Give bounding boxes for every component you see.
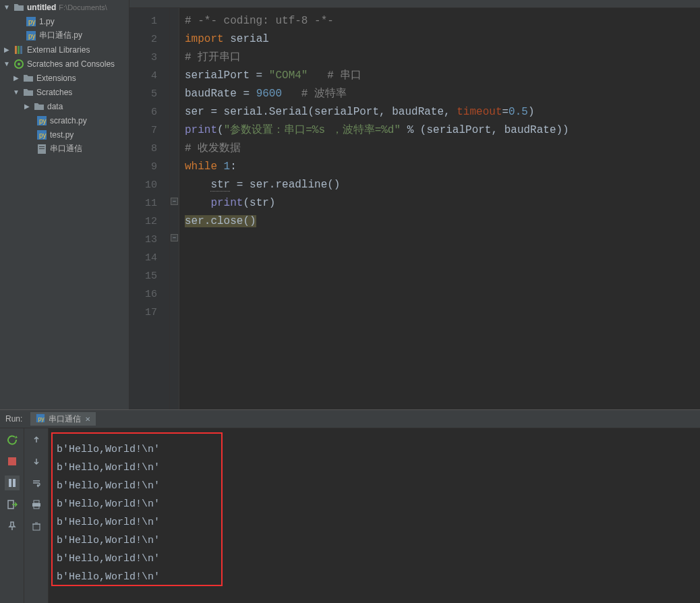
line-number[interactable]: 8 xyxy=(129,140,169,158)
expand-icon[interactable]: ▶ xyxy=(23,103,31,110)
data-folder[interactable]: ▶ data xyxy=(0,99,129,113)
line-number[interactable]: 5 xyxy=(129,85,169,103)
expand-icon[interactable]: ▼ xyxy=(12,88,20,96)
line-number[interactable]: 17 xyxy=(129,304,169,322)
scratches-consoles[interactable]: ▼ Scratches and Consoles xyxy=(0,57,129,71)
python-file-icon: py xyxy=(36,130,47,140)
line-number[interactable]: 9 xyxy=(129,158,169,176)
run-config-tab[interactable]: py 串口通信 ✕ xyxy=(30,412,96,426)
scroll-down-button[interactable] xyxy=(29,454,44,469)
run-panel: b'Hello,World!\n'b'Hello,World!\n'b'Hell… xyxy=(0,428,700,603)
code-line[interactable]: ser.close() xyxy=(185,212,700,231)
close-icon[interactable]: ✕ xyxy=(85,415,90,423)
code-area[interactable]: # -*- coding: utf-8 -*-import serial# 打开… xyxy=(179,8,700,409)
project-name: untitled xyxy=(27,3,56,12)
code-line[interactable]: # -*- coding: utf-8 -*- xyxy=(185,12,700,30)
code-line[interactable]: serialPort = "COM4" # 串口 xyxy=(185,67,700,85)
console-line[interactable]: b'Hello,World!\n' xyxy=(57,532,700,550)
scroll-up-button[interactable] xyxy=(29,432,44,447)
code-line[interactable]: print(str) xyxy=(185,194,700,212)
line-number[interactable]: 12 xyxy=(129,212,169,231)
code-line[interactable]: print("参数设置：串口=%s ，波特率=%d" % (serialPort… xyxy=(185,121,700,140)
expand-icon[interactable]: ▼ xyxy=(3,60,11,67)
file-label: scratch.py xyxy=(50,116,87,125)
code-line[interactable]: baudRate = 9600 # 波特率 xyxy=(185,85,700,103)
line-number[interactable]: 4 xyxy=(129,67,169,85)
svg-point-8 xyxy=(18,63,20,65)
code-line[interactable]: while 1: xyxy=(185,158,700,176)
code-editor[interactable]: 1234567891011121314151617 − − # -*- codi… xyxy=(129,8,700,409)
project-tree[interactable]: ▼ untitled F:\Documents\ py 1.py py 串口通信… xyxy=(0,0,129,409)
file-item[interactable]: py test.py xyxy=(0,127,129,142)
svg-text:py: py xyxy=(28,32,36,40)
fold-marker-icon[interactable]: − xyxy=(171,234,178,241)
scratches-folder[interactable]: ▼ Scratches xyxy=(0,85,129,99)
code-line[interactable]: str = ser.readline() xyxy=(185,176,700,194)
line-number[interactable]: 15 xyxy=(129,267,169,285)
rerun-button[interactable] xyxy=(5,432,20,447)
console-line[interactable]: b'Hello,World!\n' xyxy=(57,550,700,568)
fold-column[interactable]: − − xyxy=(170,8,179,409)
python-file-icon: py xyxy=(26,30,36,41)
svg-text:py: py xyxy=(28,18,36,26)
soft-wrap-button[interactable] xyxy=(29,476,44,490)
console-line[interactable]: b'Hello,World!\n' xyxy=(57,459,700,477)
clear-all-button[interactable] xyxy=(29,519,44,534)
line-number[interactable]: 3 xyxy=(129,49,169,67)
file-label: 1.py xyxy=(39,17,55,26)
run-toolbar-secondary xyxy=(24,428,49,603)
project-path: F:\Documents\ xyxy=(59,3,107,11)
python-file-icon: py xyxy=(26,16,36,27)
external-libraries[interactable]: ▶ External Libraries xyxy=(0,42,129,57)
line-number[interactable]: 1 xyxy=(129,12,169,30)
python-file-icon: py xyxy=(36,115,47,126)
code-line[interactable]: # 打开串口 xyxy=(185,49,700,67)
file-item[interactable]: py 串口通信.py xyxy=(0,28,129,42)
code-line[interactable]: # 收发数据 xyxy=(185,140,700,158)
expand-icon[interactable]: ▶ xyxy=(3,46,11,53)
print-button[interactable] xyxy=(29,497,44,512)
svg-rect-18 xyxy=(8,457,16,465)
console-line[interactable]: b'Hello,World!\n' xyxy=(57,495,700,513)
svg-text:py: py xyxy=(38,415,45,422)
exit-button[interactable] xyxy=(5,497,20,512)
project-root[interactable]: ▼ untitled F:\Documents\ xyxy=(0,0,129,14)
stop-button[interactable] xyxy=(5,454,20,469)
line-number[interactable]: 14 xyxy=(129,249,169,267)
run-panel-header[interactable]: Run: py 串口通信 ✕ xyxy=(0,409,700,428)
line-number[interactable]: 10 xyxy=(129,176,169,194)
line-number[interactable]: 6 xyxy=(129,103,169,121)
line-number[interactable]: 7 xyxy=(129,121,169,140)
run-tab-label: 串口通信 xyxy=(49,413,81,425)
pin-button[interactable] xyxy=(5,519,20,534)
line-number[interactable]: 13 xyxy=(129,231,169,249)
fold-marker-icon[interactable]: − xyxy=(171,198,178,205)
expand-icon[interactable]: ▶ xyxy=(12,74,20,82)
file-item[interactable]: 串口通信 xyxy=(0,142,129,156)
code-line[interactable]: ser = serial.Serial(serialPort, baudRate… xyxy=(185,103,700,121)
console-line[interactable]: b'Hello,World!\n' xyxy=(57,440,700,459)
line-number[interactable]: 2 xyxy=(129,30,169,49)
code-line[interactable]: import serial xyxy=(185,30,700,49)
scratch-file-icon xyxy=(36,144,47,154)
line-number-gutter[interactable]: 1234567891011121314151617 xyxy=(129,8,170,409)
editor-tab-bar[interactable] xyxy=(129,0,700,8)
console-line[interactable]: b'Hello,World!\n' xyxy=(57,477,700,495)
console-line[interactable]: b'Hello,World!\n' xyxy=(57,513,700,532)
file-item[interactable]: py scratch.py xyxy=(0,113,129,127)
line-number[interactable]: 16 xyxy=(129,285,169,304)
svg-text:py: py xyxy=(39,117,47,125)
pause-button[interactable] xyxy=(5,476,20,490)
console-line[interactable]: b'Hello,World!\n' xyxy=(57,568,700,586)
folder-label: Scratches xyxy=(36,88,72,97)
file-item[interactable]: py 1.py xyxy=(0,14,129,28)
console-output[interactable]: b'Hello,World!\n'b'Hello,World!\n'b'Hell… xyxy=(49,428,700,603)
run-label: Run: xyxy=(5,414,22,424)
svg-rect-19 xyxy=(9,479,11,487)
file-label: 串口通信 xyxy=(50,143,82,154)
line-number[interactable]: 11 xyxy=(129,194,169,212)
extensions-folder[interactable]: ▶ Extensions xyxy=(0,71,129,85)
expand-icon[interactable]: ▼ xyxy=(3,3,11,11)
library-icon xyxy=(13,45,24,55)
svg-rect-14 xyxy=(39,146,45,147)
